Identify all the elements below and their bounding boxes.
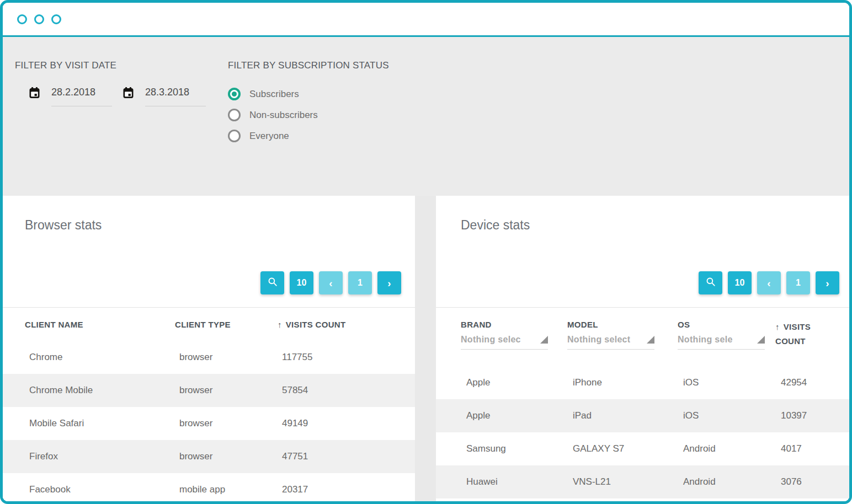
column-header-model: MODEL Nothing select [567,308,678,366]
radio-label: Subscribers [249,89,299,100]
browser-pagination: 10 ‹ 1 › [260,271,401,294]
brand-filter-dropdown[interactable]: Nothing selec [461,335,548,350]
column-header-client-name: CLIENT NAME [25,320,175,329]
column-header-visits-count[interactable]: ↑VISITS COUNT [278,320,415,329]
table-row: Apple iPad iOS 10397 [436,399,849,432]
table-row: Chrome browser 117755 [3,341,415,374]
dropdown-triangle-icon [540,336,548,344]
visit-date-filter: FILTER BY VISIT DATE [15,60,228,196]
current-page-button[interactable]: 1 [348,271,372,294]
table-row: Huawei VNS-L21 Android 3076 [436,465,849,498]
cell-os: Android [683,476,781,487]
table-row: Facebook mobile app 20317 [3,473,415,501]
next-page-button[interactable]: › [377,271,401,294]
calendar-icon[interactable] [29,87,40,101]
search-button[interactable] [699,271,722,294]
radio-selected-icon[interactable] [228,88,241,100]
column-header-brand: BRAND Nothing selec [461,308,567,366]
page-size-button[interactable]: 10 [290,271,313,294]
visit-date-filter-label: FILTER BY VISIT DATE [15,60,228,71]
search-icon [268,277,278,289]
radio-option-everyone[interactable]: Everyone [228,130,389,142]
subscription-options: Subscribers Non-subscribers Everyone [228,88,389,142]
os-filter-dropdown[interactable]: Nothing sele [678,335,765,350]
next-page-button[interactable]: › [816,271,839,294]
cell-model: iPad [573,410,683,421]
device-table-header: BRAND Nothing selec MODEL Nothing select… [436,308,849,366]
cell-client-type: mobile app [179,484,282,495]
table-row: Firefox browser 47751 [3,440,415,473]
cell-visits: 3076 [781,476,849,487]
page-size-button[interactable]: 10 [728,271,752,294]
cell-brand: Huawei [466,476,573,487]
date-to-field [123,87,206,106]
title-bar [3,3,849,35]
column-header-client-type: CLIENT TYPE [175,320,278,329]
dropdown-value: Nothing sele [678,335,733,345]
column-header-os: OS Nothing sele [678,308,775,366]
calendar-icon[interactable] [123,87,134,101]
current-page-button[interactable]: 1 [786,271,810,294]
radio-label: Non-subscribers [249,110,318,121]
cell-model: VNS-L21 [573,476,683,487]
cell-brand: Apple [466,410,573,421]
cell-visits: 57854 [282,385,415,396]
model-filter-dropdown[interactable]: Nothing select [567,335,654,350]
device-stats-title: Device stats [461,218,530,233]
date-from-input[interactable] [51,87,112,106]
app-window: FILTER BY VISIT DATE [0,0,852,504]
window-control-icon[interactable] [17,14,27,24]
dropdown-value: Nothing select [567,335,630,345]
device-table-body: Apple iPhone iOS 42954 Apple iPad iOS 10… [436,366,849,501]
date-from-field [29,87,112,106]
cell-brand: Samsung [466,443,573,454]
dropdown-triangle-icon [647,336,654,344]
chevron-left-icon: ‹ [329,278,332,288]
cell-model: GALAXY S7 [573,443,683,454]
column-header-visits-count[interactable]: ↑VISITS COUNT [775,308,830,366]
cell-client-name: Mobile Safari [29,418,179,429]
prev-page-button[interactable]: ‹ [319,271,343,294]
table-row: Samsung GALAXY S7 Android 4017 [436,432,849,465]
radio-unselected-icon[interactable] [228,130,241,142]
cell-brand: Apple [466,377,573,388]
radio-option-subscribers[interactable]: Subscribers [228,88,389,100]
device-stats-card: Device stats 10 ‹ 1 [436,196,849,501]
search-icon [706,277,716,289]
sort-ascending-icon: ↑ [278,320,282,329]
chevron-right-icon: › [826,278,829,288]
dropdown-triangle-icon [757,336,765,344]
cell-visits: 42954 [781,377,849,388]
cell-visits: 117755 [282,352,415,363]
radio-unselected-icon[interactable] [228,109,241,121]
search-button[interactable] [260,271,284,294]
browser-table-header: CLIENT NAME CLIENT TYPE ↑VISITS COUNT [3,308,415,341]
date-range-row [29,87,228,106]
cell-os: iOS [683,410,781,421]
radio-option-non-subscribers[interactable]: Non-subscribers [228,109,389,121]
browser-stats-card: Browser stats 10 ‹ 1 [3,196,415,501]
window-control-icon[interactable] [51,14,61,24]
subscription-filter-label: FILTER BY SUBSCRIPTION STATUS [228,60,389,71]
chevron-left-icon: ‹ [767,278,770,288]
subscription-filter: FILTER BY SUBSCRIPTION STATUS Subscriber… [228,60,389,196]
cell-client-type: browser [179,451,282,462]
cell-client-name: Facebook [29,484,179,495]
date-to-input[interactable] [145,87,206,106]
table-row: Apple iPhone iOS 42954 [436,366,849,399]
table-row: Mobile Safari browser 49149 [3,407,415,440]
device-pagination: 10 ‹ 1 › [699,271,839,294]
table-row: Chrome Mobile browser 57854 [3,374,415,407]
cell-visits: 4017 [781,443,849,454]
cell-client-type: browser [179,418,282,429]
browser-table-body: Chrome browser 117755 Chrome Mobile brow… [3,341,415,501]
content-area: Browser stats 10 ‹ 1 [3,196,849,501]
window-control-icon[interactable] [34,14,44,24]
cell-visits: 47751 [282,451,415,462]
cell-client-name: Chrome [29,352,179,363]
cell-visits: 49149 [282,418,415,429]
browser-stats-title: Browser stats [25,218,102,233]
prev-page-button[interactable]: ‹ [757,271,781,294]
cell-client-name: Firefox [29,451,179,462]
cell-model: iPhone [573,377,683,388]
